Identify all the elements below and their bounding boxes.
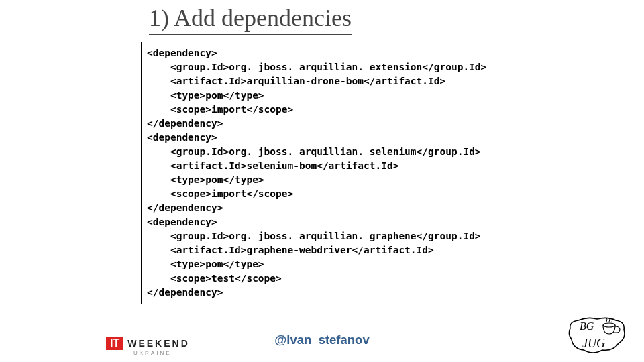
twitter-handle: @ivan_stefanov xyxy=(0,333,644,347)
slide: 1) Add dependencies <dependency> <group.… xyxy=(0,0,644,362)
bg-text: BG xyxy=(580,320,594,332)
ukraine-text: UKRAINE xyxy=(133,350,172,356)
slide-title: 1) Add dependencies xyxy=(149,4,352,35)
bgjug-logo: BG JUG xyxy=(566,314,628,357)
svg-point-0 xyxy=(603,323,615,327)
code-block: <dependency> <group.Id>org. jboss. arqui… xyxy=(141,42,539,304)
jug-text: JUG xyxy=(582,337,605,350)
